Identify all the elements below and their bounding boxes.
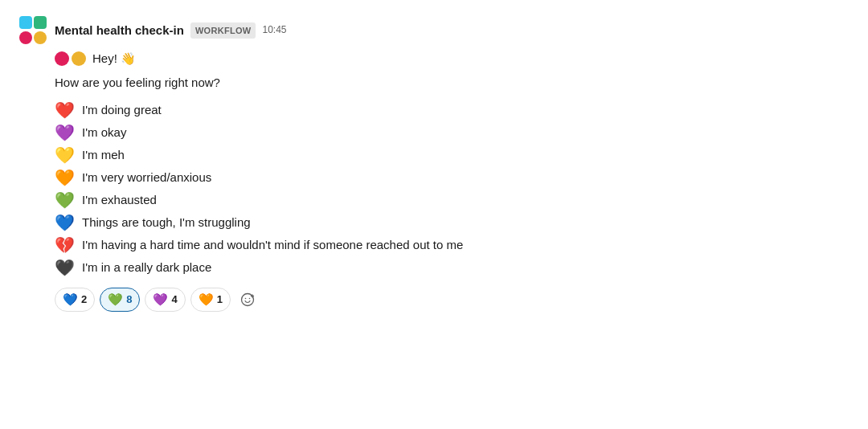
option-text-7: I'm in a really dark place bbox=[82, 259, 211, 276]
option-emoji-2: 💛 bbox=[55, 147, 74, 163]
sender-avatar-1 bbox=[55, 51, 69, 66]
option-item-5[interactable]: 💙Things are tough, I'm struggling bbox=[55, 214, 849, 231]
add-reaction-button[interactable] bbox=[235, 288, 260, 311]
message-header: Mental health check-in WORKFLOW 10:45 bbox=[19, 16, 849, 45]
reaction-pill-2[interactable]: 💜4 bbox=[145, 288, 185, 312]
workflow-badge: WORKFLOW bbox=[190, 22, 256, 39]
option-emoji-1: 💜 bbox=[55, 125, 74, 141]
option-text-1: I'm okay bbox=[82, 124, 126, 141]
reaction-emoji-0: 💙 bbox=[63, 291, 78, 308]
option-text-4: I'm exhausted bbox=[82, 191, 157, 209]
option-item-4[interactable]: 💚I'm exhausted bbox=[55, 191, 849, 209]
option-emoji-3: 🧡 bbox=[55, 170, 74, 186]
reaction-emoji-3: 🧡 bbox=[199, 291, 214, 308]
reaction-count-0: 2 bbox=[81, 292, 87, 307]
reaction-pill-1[interactable]: 💚8 bbox=[100, 288, 140, 312]
reaction-count-2: 4 bbox=[171, 292, 177, 307]
channel-name[interactable]: Mental health check-in bbox=[55, 22, 184, 39]
option-emoji-7: 🖤 bbox=[55, 259, 74, 276]
sender-row: Hey! 👋 bbox=[55, 50, 849, 67]
option-item-0[interactable]: ❤️I'm doing great bbox=[55, 101, 849, 119]
option-text-0: I'm doing great bbox=[82, 101, 162, 119]
reaction-pill-3[interactable]: 🧡1 bbox=[190, 288, 231, 312]
sender-avatars bbox=[55, 51, 86, 66]
option-item-6[interactable]: 💔I'm having a hard time and wouldn't min… bbox=[55, 236, 849, 254]
question-text: How are you feeling right now? bbox=[55, 74, 849, 92]
options-list: ❤️I'm doing great💜I'm okay💛I'm meh🧡I'm v… bbox=[55, 101, 849, 276]
svg-point-2 bbox=[249, 298, 251, 300]
option-emoji-0: ❤️ bbox=[55, 102, 74, 118]
option-text-3: I'm very worried/anxious bbox=[82, 169, 211, 186]
avatar-dot-2 bbox=[34, 16, 47, 29]
avatar-dot-1 bbox=[19, 16, 32, 29]
channel-avatar-group bbox=[19, 16, 48, 45]
option-emoji-5: 💙 bbox=[55, 214, 74, 231]
message-container: Mental health check-in WORKFLOW 10:45 He… bbox=[19, 16, 849, 312]
option-item-7[interactable]: 🖤I'm in a really dark place bbox=[55, 259, 849, 276]
option-emoji-4: 💚 bbox=[55, 192, 74, 208]
svg-point-0 bbox=[241, 294, 253, 306]
option-item-3[interactable]: 🧡I'm very worried/anxious bbox=[55, 169, 849, 186]
svg-point-1 bbox=[245, 298, 247, 300]
reaction-emoji-2: 💜 bbox=[153, 291, 168, 308]
option-emoji-6: 💔 bbox=[55, 237, 74, 253]
sender-avatar-2 bbox=[72, 51, 86, 66]
option-text-6: I'm having a hard time and wouldn't mind… bbox=[82, 236, 463, 254]
option-text-2: I'm meh bbox=[82, 146, 125, 164]
avatar-dot-4 bbox=[34, 31, 47, 44]
avatar-dot-3 bbox=[19, 31, 32, 44]
option-item-2[interactable]: 💛I'm meh bbox=[55, 146, 849, 164]
header-meta: Mental health check-in WORKFLOW 10:45 bbox=[55, 22, 287, 39]
message-timestamp: 10:45 bbox=[262, 23, 286, 38]
option-text-5: Things are tough, I'm struggling bbox=[82, 214, 251, 231]
message-body: Hey! 👋 How are you feeling right now? ❤️… bbox=[55, 50, 849, 312]
greeting-text: Hey! 👋 bbox=[92, 50, 136, 67]
option-item-1[interactable]: 💜I'm okay bbox=[55, 124, 849, 141]
reaction-emoji-1: 💚 bbox=[108, 291, 123, 308]
reaction-pill-0[interactable]: 💙2 bbox=[55, 288, 95, 312]
reaction-count-1: 8 bbox=[126, 292, 132, 307]
reaction-count-3: 1 bbox=[217, 292, 223, 307]
add-reaction-icon bbox=[240, 292, 255, 307]
reactions-row: 💙2💚8💜4🧡1 bbox=[55, 288, 849, 312]
